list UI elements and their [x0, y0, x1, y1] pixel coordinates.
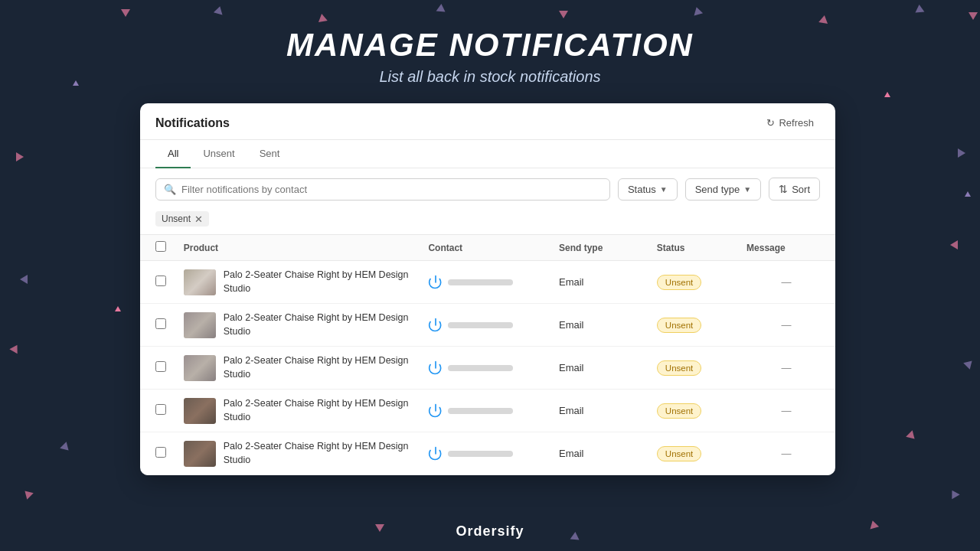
header-area: MANAGE NOTIFICATION List all back in sto…	[0, 0, 980, 101]
row-status-cell: Unsent	[648, 261, 737, 304]
product-info: Palo 2-Seater Chaise Right by HEM Design…	[184, 397, 410, 424]
status-badge: Unsent	[657, 446, 701, 461]
contact-bar	[448, 365, 513, 371]
row-sendtype-cell: Email	[550, 390, 648, 432]
search-input[interactable]	[181, 184, 602, 195]
row-checkbox-cell	[140, 390, 175, 432]
footer-brand: Ordersify	[0, 523, 980, 540]
table-wrapper: Product Contact Send type Status Message	[140, 234, 835, 475]
row-checkbox-cell	[140, 347, 175, 390]
search-icon: 🔍	[164, 184, 176, 195]
page-title: MANAGE NOTIFICATION	[0, 27, 980, 64]
panel-header: Notifications ↻ Refresh	[140, 103, 835, 140]
row-status-cell: Unsent	[648, 432, 737, 475]
row-status-cell: Unsent	[648, 304, 737, 347]
row-checkbox[interactable]	[155, 361, 166, 372]
row-checkbox[interactable]	[155, 447, 166, 458]
refresh-button[interactable]: ↻ Refresh	[760, 114, 820, 132]
row-contact-cell	[419, 432, 550, 475]
row-message-cell: —	[737, 261, 835, 304]
tab-all[interactable]: All	[155, 140, 191, 168]
header-sendtype: Send type	[550, 235, 648, 261]
row-contact-cell	[419, 390, 550, 432]
sort-label: Sort	[792, 184, 810, 195]
product-image	[184, 269, 216, 295]
message-value: —	[782, 276, 792, 288]
sort-button[interactable]: ⇅ Sort	[769, 178, 820, 201]
product-name: Palo 2-Seater Chaise Right by HEM Design…	[224, 269, 410, 295]
contact-info	[428, 360, 541, 376]
contact-bar	[448, 451, 513, 457]
send-type-value: Email	[559, 319, 584, 331]
row-sendtype-cell: Email	[550, 432, 648, 475]
page-subtitle: List all back in stock notifications	[0, 68, 980, 86]
header-message: Message	[737, 235, 835, 261]
select-all-checkbox[interactable]	[155, 241, 166, 252]
contact-info	[428, 318, 541, 333]
product-info: Palo 2-Seater Chaise Right by HEM Design…	[184, 311, 410, 338]
tab-sent[interactable]: Sent	[247, 140, 292, 168]
status-badge: Unsent	[657, 360, 701, 376]
product-info: Palo 2-Seater Chaise Right by HEM Design…	[184, 440, 410, 467]
send-type-label: Send type	[695, 184, 740, 195]
product-image-inner	[184, 312, 216, 338]
filter-chips: Unsent ✕	[140, 208, 835, 234]
row-contact-cell	[419, 304, 550, 347]
refresh-icon: ↻	[766, 117, 775, 129]
search-box[interactable]: 🔍	[155, 178, 610, 201]
row-checkbox[interactable]	[155, 276, 166, 286]
send-type-value: Email	[559, 276, 584, 288]
row-sendtype-cell: Email	[550, 261, 648, 304]
row-checkbox-cell	[140, 432, 175, 475]
product-image-inner	[184, 398, 216, 424]
table-row: Palo 2-Seater Chaise Right by HEM Design…	[140, 347, 835, 390]
tabs-container: All Unsent Sent	[140, 140, 835, 168]
contact-bar	[448, 322, 513, 328]
sort-icon: ⇅	[779, 183, 788, 195]
contact-bar	[448, 279, 513, 285]
table-header-row: Product Contact Send type Status Message	[140, 235, 835, 261]
row-message-cell: —	[737, 304, 835, 347]
row-checkbox[interactable]	[155, 404, 166, 415]
toolbar: 🔍 Status ▼ Send type ▼ ⇅ Sort	[140, 168, 835, 208]
product-image	[184, 312, 216, 338]
table-row: Palo 2-Seater Chaise Right by HEM Design…	[140, 261, 835, 304]
message-value: —	[782, 405, 792, 416]
header-contact: Contact	[419, 235, 550, 261]
chip-close-button[interactable]: ✕	[194, 214, 203, 224]
row-product-cell: Palo 2-Seater Chaise Right by HEM Design…	[175, 432, 420, 475]
product-name: Palo 2-Seater Chaise Right by HEM Design…	[224, 311, 410, 338]
row-sendtype-cell: Email	[550, 304, 648, 347]
sendtype-chevron-icon: ▼	[743, 185, 751, 194]
product-name: Palo 2-Seater Chaise Right by HEM Design…	[224, 440, 410, 467]
header-product: Product	[175, 235, 420, 261]
status-filter-button[interactable]: Status ▼	[618, 178, 678, 201]
row-contact-cell	[419, 261, 550, 304]
send-type-filter-button[interactable]: Send type ▼	[685, 178, 761, 201]
row-checkbox-cell	[140, 261, 175, 304]
row-checkbox[interactable]	[155, 318, 166, 329]
status-label: Status	[628, 184, 656, 195]
product-image-inner	[184, 269, 216, 295]
product-image	[184, 355, 216, 381]
row-status-cell: Unsent	[648, 347, 737, 390]
message-value: —	[782, 362, 792, 373]
message-value: —	[782, 448, 792, 459]
chip-label: Unsent	[162, 214, 191, 224]
header-status: Status	[648, 235, 737, 261]
contact-bar	[448, 408, 513, 414]
header-checkbox-col	[140, 235, 175, 261]
tab-unsent[interactable]: Unsent	[191, 140, 247, 168]
contact-icon	[428, 275, 443, 290]
row-message-cell: —	[737, 390, 835, 432]
send-type-value: Email	[559, 362, 584, 373]
row-product-cell: Palo 2-Seater Chaise Right by HEM Design…	[175, 261, 420, 304]
contact-info	[428, 446, 541, 461]
row-message-cell: —	[737, 347, 835, 390]
product-image-inner	[184, 355, 216, 381]
row-product-cell: Palo 2-Seater Chaise Right by HEM Design…	[175, 390, 420, 432]
notifications-panel: Notifications ↻ Refresh All Unsent Sent …	[140, 103, 835, 475]
contact-info	[428, 275, 541, 290]
product-image	[184, 398, 216, 424]
table-row: Palo 2-Seater Chaise Right by HEM Design…	[140, 304, 835, 347]
